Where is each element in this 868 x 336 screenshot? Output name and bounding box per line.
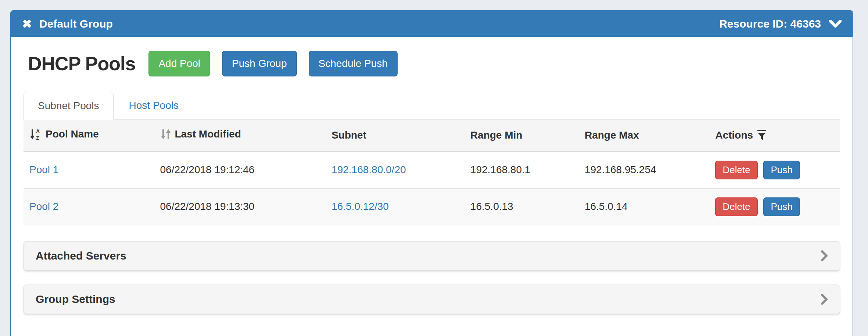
actions-cell: Delete Push (709, 151, 840, 189)
sort-up-down-icon (160, 128, 171, 140)
range-min-cell: 192.168.80.1 (465, 151, 579, 189)
column-header-subnet: Subnet (326, 120, 465, 151)
delete-button[interactable]: Delete (715, 197, 757, 216)
group-heading-left: ✖ Default Group (22, 18, 113, 30)
push-button[interactable]: Push (763, 161, 800, 179)
title-row: DHCP Pools Add Pool Push Group Schedule … (24, 51, 840, 76)
column-header-pool-name[interactable]: A Z Pool Name (24, 120, 154, 151)
page: ✖ Default Group Resource ID: 46363 DHCP … (0, 0, 868, 336)
chevron-right-icon (821, 293, 828, 305)
svg-text:A: A (36, 128, 40, 134)
actions-cell: Delete Push (709, 188, 840, 225)
column-label: Last Modified (175, 128, 241, 140)
column-header-actions: Actions (709, 120, 840, 151)
tab-subnet-pools-label: Subnet Pools (38, 100, 99, 111)
column-label: Pool Name (46, 128, 99, 140)
last-modified-cell: 06/22/2018 19:13:30 (154, 188, 326, 225)
filter-icon[interactable] (757, 129, 767, 141)
tab-host-pools-label: Host Pools (129, 100, 179, 111)
column-label: Actions (715, 129, 753, 141)
chevron-right-icon (821, 250, 828, 262)
group-panel-body: DHCP Pools Add Pool Push Group Schedule … (11, 37, 853, 336)
subnet-link[interactable]: 16.5.0.12/30 (331, 201, 389, 212)
range-max-cell: 192.168.95.254 (579, 151, 710, 189)
attached-servers-panel[interactable]: Attached Servers (24, 241, 840, 271)
group-settings-panel[interactable]: Group Settings (24, 285, 840, 314)
range-max-cell: 16.5.0.14 (579, 188, 710, 225)
schedule-push-button[interactable]: Schedule Push (309, 51, 398, 76)
group-settings-title: Group Settings (36, 293, 115, 305)
chevron-down-icon (829, 20, 842, 28)
attached-servers-title: Attached Servers (36, 250, 126, 262)
subnet-link[interactable]: 192.168.80.0/20 (331, 164, 406, 175)
column-header-range-min: Range Min (465, 120, 579, 151)
range-min-cell: 16.5.0.13 (465, 188, 579, 225)
last-modified-cell: 06/22/2018 19:12:46 (154, 151, 326, 189)
table-row: Pool 2 06/22/2018 19:13:30 16.5.0.12/30 … (24, 188, 840, 225)
delete-button[interactable]: Delete (715, 161, 757, 179)
pool-tabs: Subnet Pools Host Pools (24, 92, 840, 120)
svg-text:Z: Z (36, 135, 39, 140)
tab-host-pools[interactable]: Host Pools (115, 92, 193, 120)
resource-id-toggle[interactable]: Resource ID: 46363 (719, 18, 842, 30)
table-row: Pool 1 06/22/2018 19:12:46 192.168.80.0/… (24, 151, 840, 189)
tab-subnet-pools[interactable]: Subnet Pools (24, 92, 114, 120)
column-header-range-max: Range Max (579, 120, 710, 151)
close-icon[interactable]: ✖ (22, 18, 32, 30)
subnet-pools-table: A Z Pool Name (24, 120, 840, 225)
push-group-button[interactable]: Push Group (222, 51, 297, 76)
resource-id-label: Resource ID: 46363 (719, 18, 821, 30)
table-header-row: A Z Pool Name (24, 120, 840, 151)
add-pool-button[interactable]: Add Pool (148, 51, 210, 76)
column-header-last-modified[interactable]: Last Modified (154, 120, 326, 151)
group-panel: ✖ Default Group Resource ID: 46363 DHCP … (10, 10, 853, 336)
pool-name-link[interactable]: Pool 2 (29, 201, 58, 212)
group-title: Default Group (39, 18, 113, 30)
group-panel-heading: ✖ Default Group Resource ID: 46363 (11, 11, 853, 37)
page-title: DHCP Pools (28, 53, 135, 75)
pool-name-link[interactable]: Pool 1 (29, 164, 58, 175)
sort-alpha-asc-icon: A Z (29, 128, 42, 140)
push-button[interactable]: Push (763, 197, 800, 216)
